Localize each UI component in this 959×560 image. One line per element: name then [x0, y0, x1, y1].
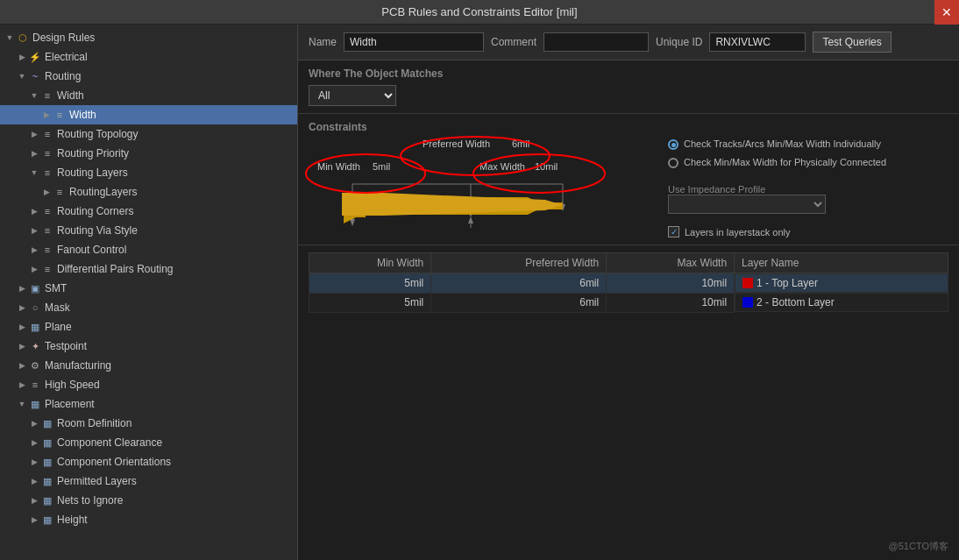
tree-panel: ▼⬡Design Rules▶⚡Electrical▼~Routing▼≡Wid…: [0, 25, 298, 560]
expand-icon: ▶: [28, 224, 40, 237]
tree-node-icon: ▦: [40, 474, 54, 488]
tree-item-smt[interactable]: ▶▣SMT: [0, 279, 297, 298]
tree-node-icon: ▦: [40, 416, 54, 430]
tree-node-icon: ▦: [28, 397, 42, 411]
tree-node-label: Nets to Ignore: [57, 494, 123, 507]
radio-option-2[interactable]: Check Min/Max Width for Physically Conne…: [668, 157, 948, 168]
tree-node-label: Room Definition: [57, 417, 131, 429]
expand-icon: ▼: [16, 70, 28, 82]
tree-node-label: Routing Layers: [57, 167, 128, 179]
cell-layer-name: 1 - Top Layer: [735, 273, 948, 293]
table-section: Min Width Preferred Width Max Width Laye…: [298, 245, 959, 560]
tree-node-icon: ⚡: [28, 50, 42, 64]
name-input[interactable]: [344, 32, 484, 52]
tree-item-routing-topology[interactable]: ▶≡Routing Topology: [0, 124, 297, 144]
tree-item-testpoint[interactable]: ▶✦Testpoint: [0, 337, 297, 356]
window-title: PCB Rules and Constraints Editor [mil]: [381, 5, 577, 18]
expand-icon: ▶: [16, 379, 28, 391]
tree-node-icon: ○: [28, 301, 42, 315]
constraints-inner: Preferred Width 6mil Min Width 5mil Max …: [309, 138, 948, 237]
expand-icon: ▼: [28, 89, 40, 102]
tree-item-nets-to-ignore[interactable]: ▶▦Nets to Ignore: [0, 491, 297, 510]
tree-item-component-orientations[interactable]: ▶▦Component Orientations: [0, 452, 297, 471]
radio-option-1[interactable]: Check Tracks/Arcs Min/Max Width Individu…: [668, 138, 948, 150]
cell-max-width: 10mil: [607, 273, 735, 294]
comment-input[interactable]: [543, 32, 649, 52]
tree-node-label: Plane: [45, 321, 72, 333]
table-row[interactable]: 5mil6mil10mil1 - Top Layer: [309, 273, 948, 294]
tree-item-width-parent[interactable]: ▼≡Width: [0, 86, 297, 105]
where-title: Where The Object Matches: [309, 67, 948, 80]
tree-node-label: SMT: [45, 282, 67, 294]
impedance-label: Use Impedance Profile: [668, 184, 948, 195]
expand-icon: ▶: [28, 494, 40, 507]
tree-item-electrical[interactable]: ▶⚡Electrical: [0, 47, 297, 67]
tree-item-plane[interactable]: ▶▦Plane: [0, 317, 297, 337]
expand-icon: ▼: [4, 32, 16, 44]
cell-min-width: 5mil: [309, 293, 431, 312]
tree-node-icon: ≡: [40, 89, 54, 103]
tree-node-label: Manufacturing: [45, 359, 111, 372]
tree-item-permitted-layers[interactable]: ▶▦Permitted Layers: [0, 471, 297, 491]
radio-label-2: Check Min/Max Width for Physically Conne…: [684, 157, 886, 167]
impedance-dropdown[interactable]: [668, 195, 826, 214]
col-pref-width: Preferred Width: [431, 253, 607, 273]
radio-dot-1: [668, 139, 678, 150]
name-label: Name: [309, 36, 337, 48]
test-queries-button[interactable]: Test Queries: [813, 32, 891, 53]
tree-node-icon: ≡: [40, 262, 54, 276]
where-dropdown[interactable]: All Net NetClass Layer Component Custom: [309, 85, 396, 106]
tree-item-manufacturing[interactable]: ▶⚙Manufacturing: [0, 356, 297, 375]
expand-icon: ▶: [28, 128, 40, 140]
tree-node-icon: ~: [28, 69, 42, 83]
tree-node-label: RoutingLayers: [69, 186, 137, 198]
tree-node-icon: ≡: [40, 166, 54, 180]
unique-id-input[interactable]: [709, 32, 806, 52]
constraints-left: Preferred Width 6mil Min Width 5mil Max …: [309, 138, 650, 237]
tree-item-mask[interactable]: ▶○Mask: [0, 298, 297, 317]
cell-min-width: 5mil: [309, 273, 431, 294]
tree-node-label: Routing Via Style: [57, 224, 138, 237]
unique-id-label: Unique ID: [656, 36, 702, 48]
tree-item-room-definition[interactable]: ▶▦Room Definition: [0, 414, 297, 433]
tree-item-high-speed[interactable]: ▶≡High Speed: [0, 375, 297, 394]
table-row[interactable]: 5mil6mil10mil2 - Bottom Layer: [309, 293, 948, 312]
expand-icon: ▶: [16, 359, 28, 372]
tree-node-label: Width: [57, 89, 84, 102]
tree-item-placement[interactable]: ▼▦Placement: [0, 394, 297, 414]
watermark: @51CTO博客: [889, 540, 948, 553]
expand-icon: ▶: [28, 417, 40, 429]
tree-item-diff-pairs[interactable]: ▶≡Differential Pairs Routing: [0, 259, 297, 279]
tree-item-routing-layers[interactable]: ▼≡Routing Layers: [0, 163, 297, 182]
layerstack-checkbox-row[interactable]: Layers in layerstack only: [668, 226, 948, 237]
tree-item-routing-layers-child[interactable]: ▶≡RoutingLayers: [0, 182, 297, 202]
radio-label-1: Check Tracks/Arcs Min/Max Width Individu…: [684, 138, 881, 149]
expand-icon: ▶: [16, 51, 28, 63]
layerstack-label: Layers in layerstack only: [685, 227, 790, 237]
expand-icon: ▶: [28, 514, 40, 526]
tree-item-fanout-control[interactable]: ▶≡Fanout Control: [0, 240, 297, 259]
tree-node-label: Design Rules: [32, 32, 95, 44]
tree-item-component-clearance[interactable]: ▶▦Component Clearance: [0, 433, 297, 452]
tree-item-routing[interactable]: ▼~Routing: [0, 67, 297, 86]
svg-marker-2: [350, 219, 355, 226]
radio-dot-2: [668, 158, 678, 168]
col-max-width: Max Width: [607, 253, 735, 273]
tree-node-label: Fanout Control: [57, 244, 126, 256]
tree-item-design-rules[interactable]: ▼⬡Design Rules: [0, 28, 297, 47]
tree-item-width-child[interactable]: ▶≡Width: [0, 105, 297, 124]
tree-node-label: Placement: [45, 398, 95, 410]
cell-layer-name: 2 - Bottom Layer: [735, 293, 948, 312]
tree-item-routing-corners[interactable]: ▶≡Routing Corners: [0, 202, 297, 221]
tree-node-label: High Speed: [45, 379, 100, 391]
layerstack-checkbox[interactable]: [668, 226, 679, 237]
tree-node-label: Differential Pairs Routing: [57, 263, 174, 275]
tree-node-icon: ≡: [53, 108, 67, 122]
tree-node-label: Component Clearance: [57, 436, 162, 449]
tree-node-icon: ≡: [40, 127, 54, 141]
close-button[interactable]: ✕: [934, 0, 959, 25]
tree-item-routing-priority[interactable]: ▶≡Routing Priority: [0, 144, 297, 163]
tree-item-routing-via-style[interactable]: ▶≡Routing Via Style: [0, 221, 297, 240]
expand-icon: ▶: [28, 263, 40, 275]
tree-item-height[interactable]: ▶▦Height: [0, 510, 297, 529]
